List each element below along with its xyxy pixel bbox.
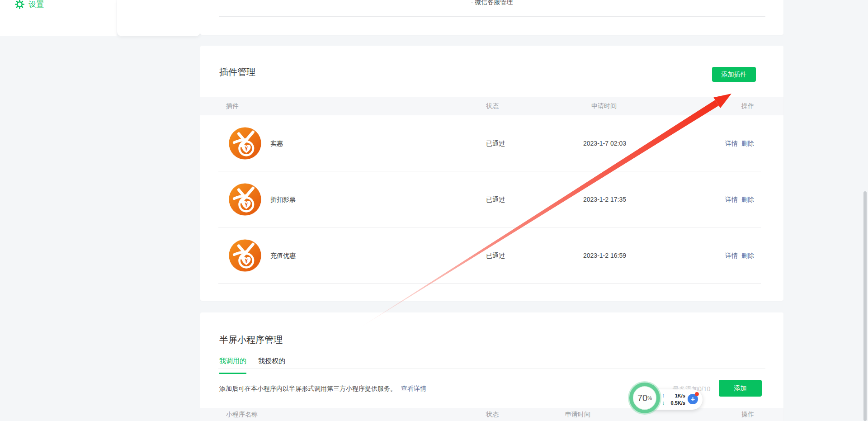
svg-text:¥: ¥ [245, 258, 248, 264]
primary-sidebar: 设置 [0, 0, 117, 36]
plugin-name: 实惠 [270, 140, 283, 148]
svg-text:¥: ¥ [245, 202, 248, 208]
col-header-miniprogram-name: 小程序名称 [226, 408, 258, 421]
secondary-sidebar-panel [117, 0, 200, 36]
upload-speed: 1K/s [667, 393, 685, 398]
settings-page: 设置 - 微信客服管理 插件管理 添加插件 插件 状态 申请时间 操作 [0, 0, 868, 421]
detail-link[interactable]: 详情 [725, 196, 738, 204]
add-miniprogram-button[interactable]: 添加 [719, 380, 762, 397]
col-header-actions: 操作 [741, 97, 754, 115]
divider [219, 16, 765, 17]
col-header-plugin: 插件 [226, 97, 239, 115]
table-row: ¥ 充值优惠 已通过 2023-1-2 16:59 详情 删除 [200, 227, 783, 284]
col-header-status: 状态 [486, 97, 499, 115]
plugin-logo-icon: ¥ [228, 239, 262, 272]
plugin-logo-icon: ¥ [228, 183, 262, 216]
delete-link[interactable]: 删除 [741, 196, 754, 204]
delete-link[interactable]: 删除 [741, 140, 754, 148]
plugin-table-header: 插件 状态 申请时间 操作 [200, 97, 783, 115]
plugin-name: 充值优惠 [270, 252, 296, 260]
tab-my-called[interactable]: 我调用的 [219, 357, 246, 374]
col-header-actions: 操作 [741, 408, 754, 421]
svg-text:¥: ¥ [245, 146, 248, 152]
halfscreen-table-header: 小程序名称 状态 申请时间 操作 [200, 408, 783, 421]
upload-arrow-icon: ↑ [662, 393, 665, 399]
zoom-level-badge[interactable]: 70% [629, 383, 660, 413]
col-header-time: 申请时间 [565, 408, 590, 421]
detail-link[interactable]: 详情 [725, 140, 738, 148]
plugin-time: 2023-1-2 17:35 [583, 196, 626, 203]
plugin-status: 已通过 [486, 252, 505, 260]
sidebar-item-settings[interactable]: 设置 [15, 0, 44, 11]
table-row: ¥ 实惠 已通过 2023-1-7 02:03 详情 删除 [200, 115, 783, 171]
gear-icon [15, 0, 24, 9]
divider [218, 283, 761, 284]
view-details-link[interactable]: 查看详情 [401, 385, 426, 393]
col-header-status: 状态 [486, 408, 499, 421]
halfscreen-description: 添加后可在本小程序内以半屏形式调用第三方小程序提供服务。 [219, 385, 396, 393]
plugin-status: 已通过 [486, 140, 505, 148]
sidebar-item-label: 设置 [28, 0, 44, 9]
table-row: ¥ 折扣影票 已通过 2023-1-2 17:35 详情 删除 [200, 171, 783, 227]
col-header-time: 申请时间 [591, 97, 617, 115]
add-plugin-button[interactable]: 添加插件 [712, 67, 756, 82]
delete-link[interactable]: 删除 [741, 252, 754, 260]
detail-link[interactable]: 详情 [725, 252, 738, 260]
plugin-status: 已通过 [486, 196, 505, 204]
top-card-text: - 微信客服管理 [200, 0, 783, 6]
vertical-scrollbar-thumb[interactable] [863, 191, 867, 421]
divider [218, 369, 765, 369]
download-speed: 0.5K/s [665, 400, 685, 406]
zoom-value: 70 [637, 393, 647, 403]
tab-my-authorized[interactable]: 我授权的 [258, 357, 285, 374]
notification-dot [695, 392, 699, 396]
halfscreen-card-title: 半屏小程序管理 [219, 334, 283, 346]
plugin-time: 2023-1-2 16:59 [583, 252, 626, 259]
halfscreen-tabs: 我调用的 我授权的 [219, 357, 285, 374]
plugin-card-title: 插件管理 [219, 66, 255, 78]
percent-sign: % [647, 395, 652, 401]
plugin-logo-icon: ¥ [228, 127, 262, 160]
plugin-name: 折扣影票 [270, 196, 296, 204]
plugin-time: 2023-1-7 02:03 [583, 140, 626, 147]
